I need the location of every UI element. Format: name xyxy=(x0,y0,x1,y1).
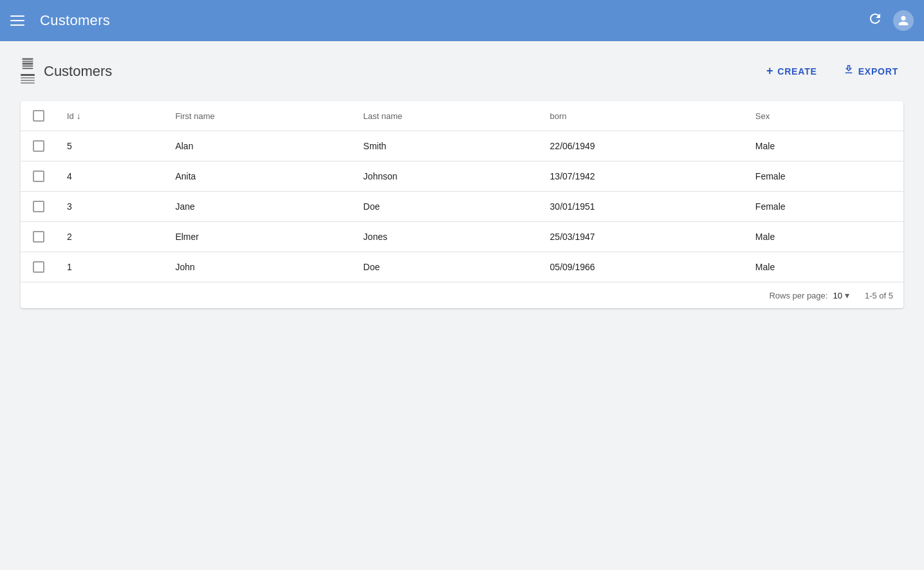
rows-per-page-label: Rows per page: xyxy=(769,291,827,300)
row-id: 3 xyxy=(57,192,165,222)
row-checkbox-cell[interactable] xyxy=(21,222,57,252)
row-checkbox-cell[interactable] xyxy=(21,131,57,161)
row-checkbox[interactable] xyxy=(33,170,44,182)
header-sex-col: Sex xyxy=(745,101,903,131)
table-row: 1 John Doe 05/09/1966 Male xyxy=(21,252,903,282)
row-born: 13/07/1942 xyxy=(540,161,745,192)
svg-rect-6 xyxy=(21,80,35,81)
export-icon xyxy=(843,64,855,78)
page-info: 1-5 of 5 xyxy=(865,291,893,300)
pagination-row: Rows per page: 10 ▾ 1-5 of 5 xyxy=(21,282,903,308)
row-id: 1 xyxy=(57,252,165,282)
customers-table-card: Id ↓ First name Last name born Sex xyxy=(21,101,903,308)
row-checkbox[interactable] xyxy=(33,261,44,273)
row-checkbox[interactable] xyxy=(33,140,44,152)
header-checkbox-col xyxy=(21,101,57,131)
topbar-actions xyxy=(867,10,914,31)
row-checkbox[interactable] xyxy=(33,231,44,243)
row-firstname: John xyxy=(165,252,353,282)
svg-rect-3 xyxy=(23,64,33,65)
row-born: 25/03/1947 xyxy=(540,222,745,252)
row-sex: Female xyxy=(745,192,903,222)
row-born: 05/09/1966 xyxy=(540,252,745,282)
export-button[interactable]: EXPORT xyxy=(838,61,903,81)
table-row: 5 Alan Smith 22/06/1949 Male xyxy=(21,131,903,161)
export-label: EXPORT xyxy=(858,66,898,77)
row-lastname: Doe xyxy=(353,192,540,222)
create-button[interactable]: + CREATE xyxy=(761,62,822,80)
sort-icon: ↓ xyxy=(77,111,81,121)
header-lastname-col: Last name xyxy=(353,101,540,131)
row-checkbox[interactable] xyxy=(33,201,44,212)
svg-rect-2 xyxy=(23,62,33,63)
svg-rect-4 xyxy=(21,74,35,76)
col-born-label: born xyxy=(550,111,567,121)
svg-rect-1 xyxy=(23,60,33,61)
rows-per-page-value: 10 xyxy=(833,291,842,300)
row-born: 22/06/1949 xyxy=(540,131,745,161)
table-row: 2 Elmer Jones 25/03/1947 Male xyxy=(21,222,903,252)
svg-rect-7 xyxy=(21,82,35,84)
chevron-down-icon: ▾ xyxy=(845,290,849,300)
table-header: Id ↓ First name Last name born Sex xyxy=(21,101,903,131)
table-row: 3 Jane Doe 30/01/1951 Female xyxy=(21,192,903,222)
row-firstname: Jane xyxy=(165,192,353,222)
page-title: Customers xyxy=(44,63,112,80)
row-checkbox-cell[interactable] xyxy=(21,252,57,282)
select-all-checkbox[interactable] xyxy=(33,110,44,122)
row-id: 5 xyxy=(57,131,165,161)
row-sex: Male xyxy=(745,252,903,282)
col-id-label: Id xyxy=(67,111,74,121)
topbar: Customers xyxy=(0,0,924,41)
header-born-col: born xyxy=(540,101,745,131)
row-firstname: Elmer xyxy=(165,222,353,252)
create-label: CREATE xyxy=(777,66,817,77)
rows-per-page-select[interactable]: 10 ▾ xyxy=(833,290,849,300)
table-icon xyxy=(21,57,35,86)
table-row: 4 Anita Johnson 13/07/1942 Female xyxy=(21,161,903,192)
col-lastname-label: Last name xyxy=(364,111,403,121)
col-firstname-label: First name xyxy=(175,111,214,121)
refresh-icon[interactable] xyxy=(867,11,883,30)
create-icon: + xyxy=(766,64,773,78)
row-firstname: Anita xyxy=(165,161,353,192)
row-lastname: Johnson xyxy=(353,161,540,192)
row-checkbox-cell[interactable] xyxy=(21,192,57,222)
row-sex: Male xyxy=(745,222,903,252)
page-header: Customers + CREATE EXPORT xyxy=(21,57,903,86)
row-born: 30/01/1951 xyxy=(540,192,745,222)
svg-rect-5 xyxy=(21,77,35,78)
row-firstname: Alan xyxy=(165,131,353,161)
page-content: Customers + CREATE EXPORT xyxy=(0,41,924,324)
row-lastname: Smith xyxy=(353,131,540,161)
page-header-left: Customers xyxy=(21,57,112,86)
header-firstname-col: First name xyxy=(165,101,353,131)
row-checkbox-cell[interactable] xyxy=(21,161,57,192)
customers-table: Id ↓ First name Last name born Sex xyxy=(21,101,903,282)
svg-rect-0 xyxy=(23,59,33,60)
rows-per-page-control: Rows per page: 10 ▾ xyxy=(769,290,849,300)
topbar-title: Customers xyxy=(40,12,867,29)
row-id: 2 xyxy=(57,222,165,252)
row-lastname: Doe xyxy=(353,252,540,282)
row-sex: Male xyxy=(745,131,903,161)
table-body: 5 Alan Smith 22/06/1949 Male 4 Anita Joh… xyxy=(21,131,903,282)
row-sex: Female xyxy=(745,161,903,192)
account-icon[interactable] xyxy=(893,10,914,31)
page-header-actions: + CREATE EXPORT xyxy=(761,61,903,81)
header-id-col[interactable]: Id ↓ xyxy=(57,101,165,131)
row-id: 4 xyxy=(57,161,165,192)
col-sex-label: Sex xyxy=(755,111,770,121)
row-lastname: Jones xyxy=(353,222,540,252)
menu-icon[interactable] xyxy=(10,15,24,26)
